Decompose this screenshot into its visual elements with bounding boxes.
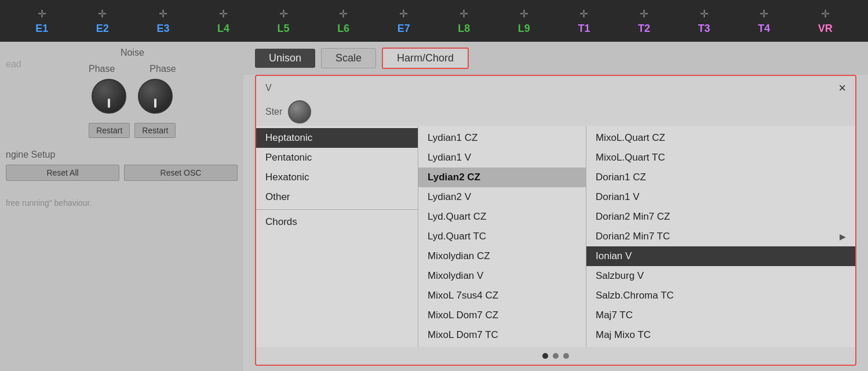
noise-label: Noise — [121, 48, 144, 58]
move-icon: ✛ — [38, 8, 46, 20]
toolbar-item-e3[interactable]: ✛E3 — [156, 8, 169, 35]
toolbar-label: L9 — [518, 23, 530, 35]
category-item[interactable]: Chords — [256, 212, 418, 232]
right-list-item[interactable]: Dorian1 CZ — [586, 168, 855, 187]
toolbar-label: T4 — [758, 23, 770, 35]
toolbar-item-e2[interactable]: ✛E2 — [96, 8, 109, 35]
pagination — [256, 347, 855, 365]
middle-list-item[interactable]: Lydian1 CZ — [418, 128, 586, 148]
pagination-dot-3[interactable] — [563, 353, 569, 359]
toolbar-label: VR — [818, 23, 833, 35]
move-icon: ✛ — [821, 8, 830, 20]
right-panel: Unison Scale Harm/Chord V × Ster Heptato… — [243, 42, 868, 371]
phase-label-2: Phase — [149, 64, 176, 74]
toolbar-item-e1[interactable]: ✛E1 — [35, 8, 48, 35]
category-item[interactable]: Hexatonic — [256, 168, 418, 187]
right-list-item[interactable]: Ionian V — [586, 246, 855, 266]
main-content: ead Noise Phase Phase Restart Restart ng… — [0, 42, 868, 371]
toolbar-item-e7[interactable]: ✛E7 — [397, 8, 410, 35]
tab-harm-chord[interactable]: Harm/Chord — [382, 48, 469, 69]
phase-knob-2[interactable] — [138, 79, 173, 114]
move-icon: ✛ — [219, 8, 228, 20]
phase-label-1: Phase — [89, 64, 115, 74]
middle-list-item[interactable]: MixoL Dom7 CZ — [418, 305, 586, 325]
read-label: ead — [6, 59, 21, 70]
move-icon: ✛ — [579, 8, 588, 20]
toolbar-item-t3[interactable]: ✛T3 — [698, 8, 710, 35]
move-icon: ✛ — [459, 8, 468, 20]
middle-list-item[interactable]: Lyd.Quart TC — [418, 227, 586, 246]
tab-unison[interactable]: Unison — [255, 49, 315, 68]
middle-list-item[interactable]: Lyd.Quart CZ — [418, 207, 586, 227]
ster-row: Ster — [256, 98, 855, 126]
middle-list-item[interactable]: MixoL Dom7 TC — [418, 325, 586, 345]
right-list-item[interactable]: MixoL.Quart TC — [586, 148, 855, 168]
toolbar-item-l8[interactable]: ✛L8 — [458, 8, 470, 35]
middle-list-item[interactable]: Mixolydian CZ — [418, 246, 586, 266]
move-icon: ✛ — [279, 8, 288, 20]
move-icon: ✛ — [98, 8, 107, 20]
toolbar-label: T2 — [638, 23, 650, 35]
category-item[interactable]: Pentatonic — [256, 148, 418, 168]
knob-section: Noise Phase Phase Restart Restart — [27, 48, 238, 138]
toolbar-item-l4[interactable]: ✛L4 — [217, 8, 229, 35]
toolbar-label: T1 — [578, 23, 590, 35]
right-list-item[interactable]: Salzb.Chroma TC — [586, 286, 855, 305]
free-running-text: free running" behaviour. — [6, 198, 238, 208]
toolbar-item-l5[interactable]: ✛L5 — [278, 8, 290, 35]
right-list-item[interactable]: MixoL.Quart CZ — [586, 128, 855, 148]
popup-close-btn[interactable]: × — [838, 81, 846, 96]
move-icon: ✛ — [520, 8, 528, 20]
category-item[interactable]: Other — [256, 187, 418, 207]
middle-list-item[interactable]: Mixolydian V — [418, 266, 586, 286]
right-list-item[interactable]: Maj7 TC — [586, 305, 855, 325]
tab-scale[interactable]: Scale — [321, 48, 376, 68]
toolbar-label: E2 — [96, 23, 109, 35]
right-list-item[interactable]: Dorian1 V — [586, 187, 855, 207]
toolbar-label: L4 — [217, 23, 229, 35]
toolbar-label: L5 — [278, 23, 290, 35]
ster-knob[interactable] — [288, 100, 311, 123]
right-list-item-label: Dorian2 Min7 TC — [596, 231, 670, 242]
restart-btn-1[interactable]: Restart — [89, 123, 130, 138]
toolbar-label: T3 — [698, 23, 710, 35]
toolbar-label: E3 — [156, 23, 169, 35]
reset-osc-btn[interactable]: Reset OSC — [124, 165, 238, 181]
popup-header: V × — [256, 76, 855, 98]
toolbar-item-t1[interactable]: ✛T1 — [578, 8, 590, 35]
middle-list-item[interactable]: Lydian1 V — [418, 148, 586, 168]
tab-bar: Unison Scale Harm/Chord — [243, 42, 868, 75]
toolbar-item-vr[interactable]: ✛VR — [818, 8, 833, 35]
top-toolbar: ✛E1✛E2✛E3✛L4✛L5✛L6✛E7✛L8✛L9✛T1✛T2✛T3✛T4✛… — [0, 0, 868, 42]
popup-body: HeptatonicPentatonicHexatonicOtherChords… — [256, 126, 855, 347]
toolbar-label: L8 — [458, 23, 470, 35]
chevron-right-icon: ▶ — [840, 232, 846, 241]
ster-label: Ster — [265, 107, 282, 117]
right-list-item[interactable]: Salzburg V — [586, 266, 855, 286]
move-icon: ✛ — [640, 8, 648, 20]
reset-all-btn[interactable]: Reset All — [6, 165, 119, 181]
category-item[interactable]: Heptatonic — [256, 128, 418, 148]
move-icon: ✛ — [760, 8, 768, 20]
toolbar-item-l9[interactable]: ✛L9 — [518, 8, 530, 35]
toolbar-label: E1 — [35, 23, 48, 35]
middle-list-item[interactable]: Lydian2 V — [418, 187, 586, 207]
toolbar-item-l6[interactable]: ✛L6 — [337, 8, 349, 35]
engine-setup-label: ngine Setup — [6, 150, 238, 160]
toolbar-item-t2[interactable]: ✛T2 — [638, 8, 650, 35]
right-list-item[interactable]: Maj Mixo TC — [586, 325, 855, 345]
pagination-dot-1[interactable] — [542, 353, 548, 359]
left-panel: ead Noise Phase Phase Restart Restart ng… — [0, 42, 243, 371]
popup-area: V × Ster HeptatonicPentatonicHexatonicOt… — [255, 75, 856, 366]
middle-list-item[interactable]: Lydian2 CZ — [418, 168, 586, 187]
restart-btn-2[interactable]: Restart — [134, 123, 176, 138]
middle-list-item[interactable]: MixoL 7sus4 CZ — [418, 286, 586, 305]
phase-knob-1[interactable] — [92, 79, 126, 114]
pagination-dot-2[interactable] — [553, 353, 559, 359]
move-icon: ✛ — [159, 8, 167, 20]
move-icon: ✛ — [700, 8, 709, 20]
right-list-item[interactable]: Dorian2 Min7 CZ — [586, 207, 855, 227]
right-list-item[interactable]: Dorian2 Min7 TC▶ — [586, 227, 855, 246]
list-divider — [256, 209, 418, 210]
toolbar-item-t4[interactable]: ✛T4 — [758, 8, 770, 35]
